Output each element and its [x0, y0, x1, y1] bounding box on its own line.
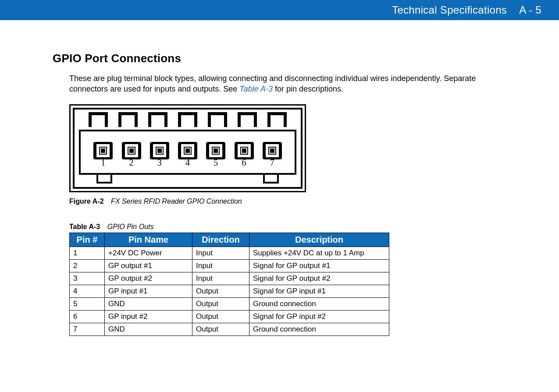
- connector-terminals: 1 2 3 4: [79, 130, 296, 175]
- cell-pin: 3: [70, 272, 105, 285]
- connector-fingers: [79, 112, 296, 127]
- cell-name: GP input #2: [105, 310, 192, 323]
- terminal-number: 4: [185, 158, 190, 168]
- col-description: Description: [249, 233, 389, 247]
- cell-pin: 5: [70, 297, 105, 310]
- terminal-7: 7: [262, 142, 282, 168]
- connector-finger: [118, 112, 138, 127]
- gpio-pinout-table: Pin # Pin Name Direction Description 1 +…: [69, 233, 389, 336]
- col-direction: Direction: [192, 233, 249, 247]
- header-page-number: A - 5: [519, 4, 541, 16]
- table-row: 5 GND Output Ground connection: [70, 297, 389, 310]
- cell-dir: Output: [192, 323, 249, 335]
- connector-outline: 1 2 3 4: [69, 104, 306, 192]
- cell-desc: Signal for GP input #1: [249, 285, 389, 297]
- cell-name: GND: [105, 323, 192, 335]
- terminal-number: 6: [242, 158, 246, 168]
- cell-desc: Signal for GP output #1: [249, 259, 389, 272]
- terminal-block-icon: [235, 142, 253, 159]
- figure-label: Figure A-2: [69, 198, 104, 205]
- section-body: These are plug terminal block types, all…: [53, 73, 506, 336]
- table-row: 4 GP input #1 Output Signal for GP input…: [70, 285, 389, 297]
- terminal-block-icon: [179, 142, 196, 159]
- terminal-5: 5: [206, 142, 226, 168]
- cell-dir: Output: [192, 297, 249, 310]
- connector-finger: [89, 112, 108, 127]
- table-label: Table A-3: [69, 223, 100, 230]
- table-row: 2 GP output #1 Input Signal for GP outpu…: [70, 259, 389, 272]
- page-header: Technical Specifications A - 5: [0, 0, 559, 20]
- connector-tab: [263, 174, 279, 184]
- cell-dir: Output: [192, 285, 249, 297]
- cell-desc: Signal for GP output #2: [249, 272, 389, 285]
- header-title: Technical Specifications: [392, 4, 507, 16]
- connector-tab: [96, 174, 112, 184]
- table-header-row: Pin # Pin Name Direction Description: [70, 233, 389, 247]
- table-row: 7 GND Output Ground connection: [70, 323, 389, 335]
- connector-finger: [208, 112, 227, 127]
- terminal-block-icon: [94, 142, 112, 159]
- cell-name: GND: [105, 297, 192, 310]
- cell-pin: 2: [70, 259, 105, 272]
- table-body: 1 +24V DC Power Input Supplies +24V DC a…: [70, 247, 389, 335]
- cell-dir: Input: [192, 247, 249, 259]
- terminal-2: 2: [121, 142, 142, 168]
- terminal-block-icon: [263, 142, 281, 159]
- table-cross-reference[interactable]: Table A-3: [239, 85, 273, 93]
- cell-pin: 7: [70, 323, 105, 335]
- cell-name: GP output #1: [105, 259, 192, 272]
- terminal-block-icon: [123, 142, 140, 159]
- table-row: 3 GP output #2 Input Signal for GP outpu…: [70, 272, 389, 285]
- table-caption: Table A-3 GPIO Pin Outs: [69, 223, 506, 231]
- para-text-after: for pin descriptions.: [273, 85, 343, 93]
- connector-finger: [238, 112, 257, 127]
- terminal-1: 1: [93, 142, 113, 168]
- cell-pin: 1: [70, 247, 105, 259]
- col-pin-name: Pin Name: [105, 233, 192, 247]
- cell-desc: Supplies +24V DC at up to 1 Amp: [249, 247, 389, 259]
- figure-connector: 1 2 3 4: [69, 104, 306, 192]
- terminal-block-icon: [151, 142, 168, 159]
- terminal-number: 5: [214, 158, 218, 168]
- page-content: GPIO Port Connections These are plug ter…: [0, 20, 559, 353]
- figure-title: FX Series RFID Reader GPIO Connection: [111, 198, 242, 205]
- cell-pin: 4: [70, 285, 105, 297]
- col-pin: Pin #: [70, 233, 105, 247]
- cell-dir: Input: [192, 259, 249, 272]
- table-title: GPIO Pin Outs: [107, 223, 154, 230]
- cell-desc: Ground connection: [249, 297, 389, 310]
- cell-name: GP input #1: [105, 285, 192, 297]
- connector-finger: [178, 112, 197, 127]
- terminal-3: 3: [150, 142, 170, 168]
- connector-tabs: [79, 174, 296, 184]
- cell-desc: Signal for GP input #2: [249, 310, 389, 323]
- terminal-6: 6: [234, 142, 254, 168]
- terminal-number: 1: [101, 158, 105, 168]
- connector-finger: [267, 112, 287, 127]
- intro-paragraph: These are plug terminal block types, all…: [69, 73, 506, 95]
- terminal-number: 3: [157, 158, 162, 168]
- connector-body: 1 2 3 4: [73, 108, 303, 189]
- terminal-4: 4: [178, 142, 198, 168]
- cell-pin: 6: [70, 310, 105, 323]
- figure-caption: Figure A-2 FX Series RFID Reader GPIO Co…: [69, 198, 506, 205]
- terminal-number: 2: [129, 158, 134, 168]
- connector-finger: [148, 112, 167, 127]
- cell-dir: Output: [192, 310, 249, 323]
- cell-dir: Input: [192, 272, 249, 285]
- cell-desc: Ground connection: [249, 323, 389, 335]
- table-row: 6 GP input #2 Output Signal for GP input…: [70, 310, 389, 323]
- table-row: 1 +24V DC Power Input Supplies +24V DC a…: [70, 247, 389, 259]
- terminal-block-icon: [207, 142, 224, 159]
- section-heading: GPIO Port Connections: [53, 52, 506, 65]
- terminal-number: 7: [270, 158, 274, 168]
- cell-name: +24V DC Power: [105, 247, 192, 259]
- cell-name: GP output #2: [105, 272, 192, 285]
